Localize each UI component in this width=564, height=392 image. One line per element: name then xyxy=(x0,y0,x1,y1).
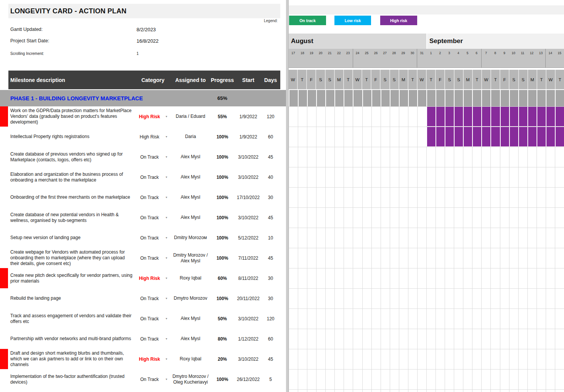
category-value[interactable]: On Track xyxy=(134,288,165,308)
assigned-to-value: Alex Mysl xyxy=(172,308,209,329)
dropdown-arrow-icon[interactable]: ▼ xyxy=(164,369,169,389)
weekday-cell: W xyxy=(481,70,490,89)
progress-value: 100% xyxy=(209,288,236,308)
start-date-value: 26/12/2022 xyxy=(236,369,261,389)
month-august: August xyxy=(289,34,426,49)
start-date-value: 3/10/2022 xyxy=(236,349,261,369)
project-start-value: 16/8/2022 xyxy=(137,38,159,44)
category-value[interactable]: High Risk xyxy=(134,127,165,147)
days-value: 45 xyxy=(261,207,280,228)
weekday-cell: S xyxy=(454,70,463,89)
progress-value: 100% xyxy=(209,167,236,187)
assigned-to-value: Alex Mysl xyxy=(172,207,209,228)
weekday-cell: T xyxy=(408,70,417,89)
progress-value: 60% xyxy=(209,268,236,288)
days-value: 60 xyxy=(261,329,280,349)
phase-row: PHASE 1 - BUILDING LONGEVITY MARKETPLACE… xyxy=(0,90,286,106)
dropdown-arrow-icon[interactable]: ▼ xyxy=(164,127,169,147)
weekday-cell: W xyxy=(289,70,297,89)
dropdown-arrow-icon[interactable]: ▼ xyxy=(164,207,169,228)
days-value: 120 xyxy=(261,106,280,127)
category-value[interactable]: On Track xyxy=(134,147,165,167)
weekday-cell: F xyxy=(500,70,509,89)
category-value[interactable]: On Track xyxy=(134,167,165,187)
weekday-cell: T xyxy=(426,70,435,89)
phase-progress: 65% xyxy=(209,90,236,106)
category-value[interactable]: High Risk xyxy=(134,268,165,288)
weekday-cell: S xyxy=(518,70,527,89)
progress-value: 100% xyxy=(209,369,236,389)
category-value[interactable]: High Risk xyxy=(134,106,165,127)
dropdown-arrow-icon[interactable]: ▼ xyxy=(164,248,169,268)
month-header-row: August September xyxy=(289,34,564,49)
header-days: Days xyxy=(261,71,280,89)
day-number-cell: 30 xyxy=(408,49,417,67)
assigned-to-value: Dmytro Morozov / Oleg Kucheriavyi xyxy=(172,369,209,389)
weekday-cell: M xyxy=(398,70,408,89)
day-number-cell: 1 xyxy=(426,49,435,67)
category-value[interactable]: On Track xyxy=(134,248,165,268)
progress-value: 100% xyxy=(209,248,236,268)
risk-flag xyxy=(0,106,8,127)
dropdown-arrow-icon[interactable]: ▼ xyxy=(164,147,169,167)
dropdown-arrow-icon[interactable]: ▼ xyxy=(164,288,169,308)
pane-divider[interactable] xyxy=(286,0,289,392)
weekday-cell: M xyxy=(334,70,343,89)
gantt-bar xyxy=(426,107,564,126)
weekday-cell: T xyxy=(297,70,306,89)
start-date-value: 3/10/2022 xyxy=(236,308,261,329)
day-number-cell: 13 xyxy=(536,49,546,67)
start-date-value: 1/9/2022 xyxy=(236,106,261,127)
phase-title: PHASE 1 - BUILDING LONGEVITY MARKETPLACE xyxy=(10,90,143,106)
progress-value: 80% xyxy=(209,329,236,349)
weekday-cell: F xyxy=(306,70,315,89)
weekday-cell: S xyxy=(389,70,398,89)
day-number-cell: 20 xyxy=(316,49,325,67)
dropdown-arrow-icon[interactable]: ▼ xyxy=(164,308,169,329)
category-value[interactable]: On Track xyxy=(134,228,165,248)
category-value[interactable]: On Track xyxy=(134,207,165,228)
table-row: Create database of previous vendors who … xyxy=(0,147,289,167)
start-date-value: 5/12/2022 xyxy=(236,228,261,248)
dropdown-arrow-icon[interactable]: ▼ xyxy=(164,268,169,288)
assigned-to-value: Dmytro Morozov xyxy=(172,288,209,308)
category-value[interactable]: On Track xyxy=(134,187,165,207)
category-value[interactable]: On Track xyxy=(134,308,165,329)
weekday-row: WTFSSMTWTFSSMTWTFSSMTWTFSSMTWT xyxy=(289,70,564,89)
milestone-text: Create webpage for Vendors with automate… xyxy=(10,248,134,268)
weekday-cell: F xyxy=(371,70,380,89)
milestone-text: Draft and design short marketing blurbs … xyxy=(10,349,134,369)
gantt-grid xyxy=(289,106,564,392)
dropdown-arrow-icon[interactable]: ▼ xyxy=(164,167,169,187)
weekday-cell: S xyxy=(325,70,334,89)
dropdown-arrow-icon[interactable]: ▼ xyxy=(164,349,169,369)
scrolling-increment-value[interactable]: 1 xyxy=(137,51,139,56)
progress-value: 50% xyxy=(209,308,236,329)
start-date-value: 3/10/2022 xyxy=(236,167,261,187)
weekday-cell: T xyxy=(537,70,546,89)
dropdown-arrow-icon[interactable]: ▼ xyxy=(164,329,169,349)
progress-value: 100% xyxy=(209,147,236,167)
gantt-spreadsheet: LONGEVITY CARD - ACTION PLAN Gantt Updat… xyxy=(0,0,564,392)
category-value[interactable]: On Track xyxy=(134,369,165,389)
weekday-cell: T xyxy=(472,70,481,89)
milestone-text: Onboarding of the first three merchants … xyxy=(10,187,134,207)
days-value: 5 xyxy=(261,369,280,389)
day-number-cell: 19 xyxy=(307,49,316,67)
dropdown-arrow-icon[interactable]: ▼ xyxy=(164,228,169,248)
category-value[interactable]: On Track xyxy=(134,329,165,349)
category-value[interactable]: High Risk xyxy=(134,349,165,369)
dropdown-arrow-icon[interactable]: ▼ xyxy=(164,106,169,127)
dropdown-arrow-icon[interactable]: ▼ xyxy=(164,187,169,207)
day-number-cell: 10 xyxy=(509,49,518,67)
progress-value: 100% xyxy=(209,228,236,248)
progress-value: 20% xyxy=(209,349,236,369)
table-row: Onboarding of the first three merchants … xyxy=(0,187,289,207)
milestone-text: Work on the GDPR/Data protection matters… xyxy=(10,106,134,127)
days-value: 10 xyxy=(261,228,280,248)
assigned-to-value: Alex Mysl xyxy=(172,147,209,167)
table-row: Elaboration and organization of the busi… xyxy=(0,167,289,187)
weekday-cell: T xyxy=(555,70,564,89)
assigned-to-value: Daria / Eduard xyxy=(172,106,209,127)
day-number-cell: 29 xyxy=(398,49,408,67)
